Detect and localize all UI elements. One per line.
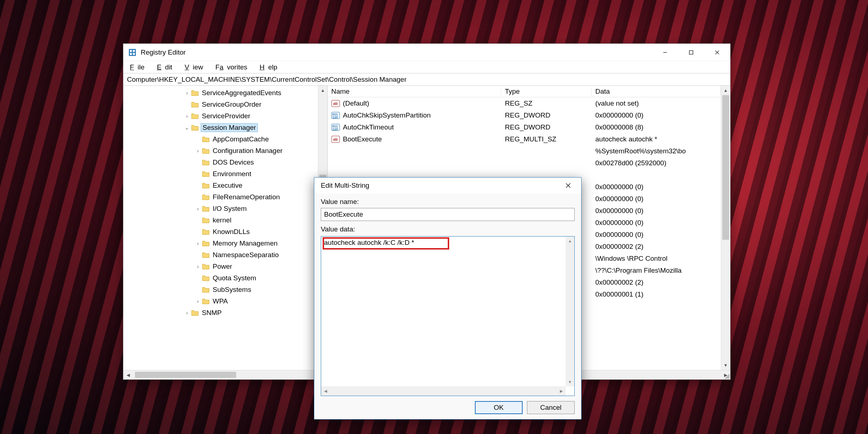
cancel-button[interactable]: Cancel [527,401,575,414]
scroll-left-icon[interactable]: ◀ [321,389,330,393]
column-name[interactable]: Name [328,88,501,95]
tree-item[interactable]: ·SubSystems [123,284,318,295]
svg-rect-6 [689,51,693,54]
scroll-thumb[interactable] [135,372,236,378]
chevron-right-icon[interactable]: › [183,310,191,316]
tree-item[interactable]: ›Configuration Manager [123,145,318,157]
close-button[interactable] [704,44,730,61]
value-data-cell: 0x00000002 (2) [592,278,721,286]
value-row[interactable]: 011110AutoChkSkipSystemPartitionREG_DWOR… [328,109,721,121]
tree-item[interactable]: ·KnownDLLs [123,226,318,238]
folder-icon [202,135,210,143]
folder-icon [191,101,199,109]
value-data-cell: 0x00000000 (0) [592,195,721,203]
chevron-right-icon: · [194,287,202,293]
tree-item[interactable]: ·ServiceGroupOrder [123,99,318,110]
title-bar[interactable]: Registry Editor [123,44,730,61]
scroll-down-icon[interactable]: ▼ [568,378,572,386]
folder-icon [202,147,210,155]
tree-horizontal-scrollbar[interactable]: ◀ ▶ [123,370,327,379]
value-data-cell: 0x00278d00 (2592000) [592,159,721,167]
chevron-right-icon[interactable]: › [194,206,202,212]
tree-item[interactable]: ⌄Session Manager [123,122,318,133]
tree-item-label: KnownDLLs [212,228,250,236]
chevron-right-icon: · [194,194,202,200]
chevron-right-icon[interactable]: › [194,241,202,246]
svg-text:110: 110 [332,115,338,119]
tree-item[interactable]: ·AppCompatCache [123,133,318,145]
tree-item-label: Configuration Manager [212,147,283,155]
scroll-left-icon[interactable]: ◀ [123,373,133,378]
tree-item[interactable]: ·Environment [123,168,318,180]
list-vertical-scrollbar[interactable]: ▲ ▼ [721,86,730,370]
tree-item[interactable]: ·Quota System [123,272,318,284]
value-type-cell: REG_SZ [501,99,592,107]
value-row[interactable]: %SystemRoot%\system32\bo [328,145,721,157]
edit-multistring-dialog: Edit Multi-String Value name: Value data… [314,177,582,420]
tree-item[interactable]: ›ServiceProvider [123,110,318,122]
value-name-cell: ab(Default) [328,99,501,108]
dialog-title-bar[interactable]: Edit Multi-String [314,178,581,193]
menu-view[interactable]: View [181,62,210,73]
tree-item-label: WPA [212,297,229,305]
folder-icon [202,251,210,259]
chevron-right-icon: · [194,136,202,142]
tree-item[interactable]: ›Memory Managemen [123,238,318,249]
resize-grip-icon[interactable] [724,373,729,379]
menu-file[interactable]: File [126,62,152,73]
scroll-right-icon[interactable]: ▶ [557,389,566,393]
tree-item[interactable]: ·Executive [123,180,318,191]
tree-item[interactable]: ·DOS Devices [123,157,318,168]
chevron-right-icon[interactable]: › [194,264,202,269]
tree-item[interactable]: ›WPA [123,295,318,307]
chevron-right-icon[interactable]: › [194,148,202,154]
menu-edit[interactable]: Edit [153,62,180,73]
value-name-label: Value name: [321,198,575,206]
tree-item[interactable]: ›SNMP [123,307,318,319]
tree-item[interactable]: ·kernel [123,214,318,226]
textarea-vertical-scrollbar[interactable]: ▲ ▼ [566,237,574,386]
dialog-close-button[interactable] [560,178,576,193]
tree-item-label: Power [212,263,233,271]
value-row[interactable]: abBootExecuteREG_MULTI_SZautocheck autoc… [328,133,721,145]
column-type[interactable]: Type [501,88,592,95]
value-row[interactable]: 0x00278d00 (2592000) [328,157,721,169]
menu-favorites[interactable]: Favorites [212,62,255,73]
value-row[interactable]: ab(Default)REG_SZ(value not set) [328,97,721,109]
svg-rect-1 [130,50,132,52]
tree-item[interactable]: ›Power [123,261,318,272]
scroll-up-icon[interactable]: ▲ [721,86,730,95]
maximize-button[interactable] [678,44,704,61]
value-row[interactable]: 011110AutoChkTimeoutREG_DWORD0x00000008 … [328,121,721,133]
address-bar[interactable]: Computer\HKEY_LOCAL_MACHINE\SYSTEM\Curre… [123,73,730,86]
value-name-input[interactable] [321,208,575,221]
minimize-button[interactable] [652,44,678,61]
value-name-cell: abBootExecute [328,135,501,144]
tree-item[interactable]: ·FileRenameOperation [123,191,318,203]
scroll-up-icon[interactable]: ▲ [568,237,572,245]
value-name-cell [328,147,501,156]
value-data-cell: 0x00000002 (2) [592,243,721,251]
value-type-cell: REG_DWORD [501,111,592,119]
ok-button[interactable]: OK [475,401,523,414]
chevron-down-icon[interactable]: ⌄ [183,125,191,131]
tree-item-label: Session Manager [201,124,258,132]
value-data-cell: (value not set) [592,99,721,107]
folder-icon [191,89,199,97]
scroll-down-icon[interactable]: ▼ [721,361,730,370]
value-name-cell: 011110AutoChkSkipSystemPartition [328,111,501,120]
column-data[interactable]: Data [592,88,721,95]
menu-help[interactable]: Help [256,62,285,73]
textarea-horizontal-scrollbar[interactable]: ◀ ▶ [321,386,566,396]
scroll-up-icon[interactable]: ▲ [318,86,327,95]
tree-item[interactable]: ›I/O System [123,203,318,214]
scroll-thumb[interactable] [722,95,729,240]
chevron-right-icon[interactable]: › [194,298,202,304]
tree-item[interactable]: ·NamespaceSeparatio [123,249,318,261]
chevron-right-icon[interactable]: › [183,113,191,119]
value-data-area: ▲ ▼ ◀ ▶ [321,236,575,396]
chevron-right-icon[interactable]: › [183,90,191,96]
key-tree[interactable]: ›ServiceAggregatedEvents·ServiceGroupOrd… [123,86,318,370]
value-data-input[interactable] [321,237,574,396]
tree-item[interactable]: ›ServiceAggregatedEvents [123,87,318,99]
